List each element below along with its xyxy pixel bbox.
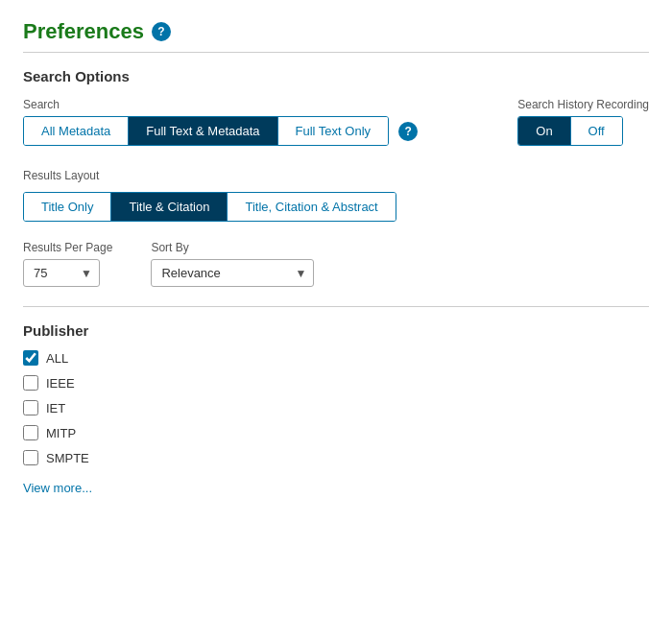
publisher-checkbox-all[interactable] xyxy=(23,350,38,366)
history-btn-on[interactable]: On xyxy=(518,117,570,145)
results-layout-section: Results Layout Title Only Title & Citati… xyxy=(23,169,649,222)
results-per-page-wrapper: 25 50 75 100 ▼ xyxy=(23,259,100,287)
sort-by-label: Sort By xyxy=(151,241,314,254)
search-btn-all-metadata[interactable]: All Metadata xyxy=(24,117,129,145)
publisher-checkbox-iet[interactable] xyxy=(23,400,38,415)
results-per-page-label: Results Per Page xyxy=(23,241,112,254)
results-layout-label: Results Layout xyxy=(23,169,649,182)
publisher-title: Publisher xyxy=(23,322,649,339)
search-history-label: Search History Recording xyxy=(517,98,649,111)
search-btn-full-text-metadata[interactable]: Full Text & Metadata xyxy=(129,117,277,145)
search-help-icon[interactable]: ? xyxy=(398,122,418,141)
publisher-item-ieee: IEEE xyxy=(23,375,649,391)
publisher-checkbox-ieee[interactable] xyxy=(23,375,38,391)
history-btn-off[interactable]: Off xyxy=(571,117,622,145)
publisher-label-smpte[interactable]: SMPTE xyxy=(46,451,89,465)
publisher-divider xyxy=(23,306,649,307)
publisher-checkbox-smpte[interactable] xyxy=(23,450,38,465)
search-inline: All Metadata Full Text & Metadata Full T… xyxy=(23,116,418,146)
search-row: Search All Metadata Full Text & Metadata… xyxy=(23,98,649,146)
search-history-container: Search History Recording On Off xyxy=(517,98,649,146)
publisher-item-mitp: MITP xyxy=(23,425,649,440)
sort-by-wrapper: Relevance Most Recent Oldest Title ▼ xyxy=(151,259,314,287)
search-button-group: All Metadata Full Text & Metadata Full T… xyxy=(23,116,389,146)
publisher-label-mitp[interactable]: MITP xyxy=(46,426,76,440)
publisher-label-iet[interactable]: IET xyxy=(46,401,65,415)
view-more-link[interactable]: View more... xyxy=(23,481,92,495)
title-divider xyxy=(23,52,649,53)
results-options-row: Results Per Page 25 50 75 100 ▼ Sort By … xyxy=(23,241,649,287)
page-title: Preferences xyxy=(23,19,144,44)
page-title-container: Preferences ? xyxy=(23,19,649,44)
search-label: Search xyxy=(23,98,418,111)
results-per-page-container: Results Per Page 25 50 75 100 ▼ xyxy=(23,241,112,287)
search-options-section: Search Options Search All Metadata Full … xyxy=(23,68,649,287)
search-options-title: Search Options xyxy=(23,68,649,84)
results-layout-button-group: Title Only Title & Citation Title, Citat… xyxy=(23,192,396,222)
layout-btn-title-citation-abstract[interactable]: Title, Citation & Abstract xyxy=(228,193,395,221)
publisher-label-all[interactable]: ALL xyxy=(46,351,68,366)
publisher-item-all: ALL xyxy=(23,350,649,366)
search-btn-full-text-only[interactable]: Full Text Only xyxy=(278,117,389,145)
layout-btn-title-citation[interactable]: Title & Citation xyxy=(111,193,228,221)
title-help-icon[interactable]: ? xyxy=(152,22,171,41)
results-per-page-select[interactable]: 25 50 75 100 xyxy=(23,259,100,287)
publisher-checkbox-mitp[interactable] xyxy=(23,425,38,440)
publisher-item-iet: IET xyxy=(23,400,649,415)
search-history-button-group: On Off xyxy=(517,116,622,146)
publisher-section: Publisher ALL IEEE IET MITP SMPTE View m… xyxy=(23,322,649,495)
search-toggle-container: Search All Metadata Full Text & Metadata… xyxy=(23,98,418,146)
sort-by-select[interactable]: Relevance Most Recent Oldest Title xyxy=(151,259,314,287)
layout-btn-title-only[interactable]: Title Only xyxy=(24,193,111,221)
sort-by-container: Sort By Relevance Most Recent Oldest Tit… xyxy=(151,241,314,287)
publisher-item-smpte: SMPTE xyxy=(23,450,649,465)
publisher-label-ieee[interactable]: IEEE xyxy=(46,376,75,391)
